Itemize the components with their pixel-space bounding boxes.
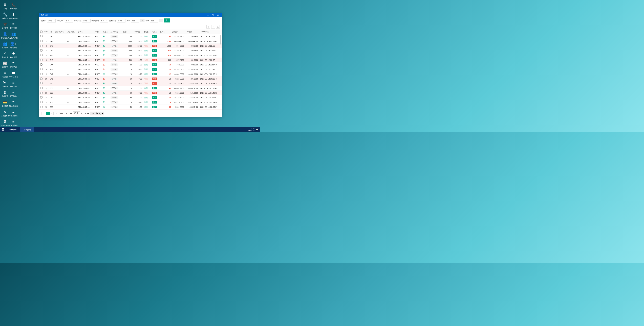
search-button[interactable]: 🔍 — [164, 18, 170, 22]
column-header-2[interactable]: 用户账号◆ — [54, 29, 67, 34]
table-row[interactable]: 3 948 -- BTC/USDT-180S USDT 涨↑ 已平仓 1000 … — [39, 44, 222, 48]
table-row[interactable]: 4 947 -- BTC/USDT-180S USDT 涨↑ 已平仓 1000 … — [39, 48, 222, 53]
column-header-1[interactable]: ID — [50, 29, 54, 34]
desktop-icon-币种管理[interactable]: ₿币种管理 — [1, 89, 9, 99]
desktop-icon-期权交易[interactable]: 👤+期权交易 — [9, 40, 18, 50]
select-all-checkbox[interactable] — [40, 30, 42, 33]
column-header-5[interactable]: 币种◆ — [94, 29, 102, 34]
desktop-icon-充币申请[interactable]: ≡充币申请 — [9, 60, 18, 69]
desktop-icon-用户管理[interactable]: 👥用户管理 — [1, 40, 9, 50]
table-row[interactable]: 11 940 -- BTC/USDT-15S USDT 涨↑ 已平仓 10 0.… — [39, 81, 222, 86]
taskbar-item-基础设置[interactable]: 基础设置 — [6, 127, 20, 132]
table-row[interactable]: 1 950 -- BTC/USDT-500S USDT 涨↑ 已平仓 100 2… — [39, 34, 222, 39]
filter-select-0[interactable]: 所有 — [47, 19, 56, 22]
table-container[interactable]: 序号ID用户账号◆真实姓名合约◆币种◆类型◆交易状态...数量手续费◆预设◆结果… — [39, 29, 222, 110]
desktop-icon-用户风险率[interactable]: $用户风险率 — [9, 11, 18, 21]
print-button[interactable]: ⎙ — [216, 25, 220, 28]
table-row[interactable]: 12 939 -- BTC/USDT-60S USDT 涨↑ 已平仓 50 1.… — [39, 86, 222, 91]
column-header-10[interactable]: 预设◆ — [144, 29, 151, 34]
row-checkbox[interactable] — [40, 106, 42, 108]
desktop-icon-币赢宝配置[interactable]: ≡币赢宝配置 — [9, 108, 18, 118]
desktop-icon-角色管理[interactable]: 🎓角色管理 — [1, 21, 9, 30]
row-checkbox[interactable] — [40, 68, 42, 70]
page-1[interactable]: 1 — [46, 112, 50, 115]
dropdown-toggle[interactable]: ⌄ — [159, 19, 163, 22]
table-row[interactable]: 9 942 -- BTC/USDT-15S USDT 涨↑ 已平仓 10 0.2… — [39, 72, 222, 76]
row-checkbox[interactable] — [40, 101, 42, 103]
desktop-icon-币赢宝订单[interactable]: ≡币赢宝订单 — [9, 118, 18, 128]
table-row[interactable]: 6 945 -- BTC/USDT-15S USDT 跌↓ 已平仓 500 10… — [39, 58, 222, 62]
row-checkbox[interactable] — [40, 35, 42, 37]
desktop-icon-IEO认购[interactable]: ≡IEO认购 — [9, 89, 18, 99]
export-button[interactable]: ⤓ — [211, 25, 215, 28]
prev-page-button[interactable]: < — [41, 112, 45, 115]
minimize-button[interactable]: — — [205, 14, 210, 16]
row-checkbox[interactable] — [40, 59, 42, 61]
clock[interactable]: 22:23 2022-6-21 — [248, 128, 254, 131]
row-checkbox[interactable] — [40, 92, 42, 94]
desktop-icon-基础设置[interactable]: 🔧基础设置 — [1, 11, 9, 21]
maximize-button[interactable]: ☐ — [210, 14, 215, 16]
page-size-select[interactable]: 100 条/页 — [90, 112, 104, 115]
row-checkbox[interactable] — [40, 54, 42, 56]
table-row[interactable]: 13 938 -- BTC/USDT-15S USDT 涨↑ 已平仓 10 0.… — [39, 91, 222, 95]
desktop-icon-锁仓订单[interactable]: ≡锁仓订单 — [9, 79, 18, 89]
page-2[interactable]: 2 — [50, 112, 54, 115]
row-checkbox[interactable] — [40, 77, 42, 80]
column-header-7[interactable]: 交易状态... — [110, 29, 122, 34]
filter-select-6[interactable]: 所有 — [150, 19, 158, 22]
column-header-12[interactable]: 盈利◆ — [159, 29, 171, 34]
page-input[interactable] — [64, 112, 69, 115]
filter-select-1[interactable]: 所有 — [65, 19, 73, 22]
desktop-icon-投诉建议[interactable]: 📞投诉建议 — [9, 1, 18, 11]
desktop-icon-法币交易需[interactable]: ◈法币交易需 — [1, 108, 9, 118]
desktop-icon-钱包管理[interactable]: ⊕钱包管理 — [9, 50, 18, 60]
desktop-icon-币币交易记[interactable]: ⇄币币交易记 — [9, 69, 18, 79]
close-button[interactable]: ✕ — [215, 14, 220, 16]
chat-icon[interactable]: 💬 — [256, 128, 258, 131]
row-checkbox[interactable] — [40, 45, 42, 47]
column-header-15[interactable]: 下单时间◆ — [200, 29, 222, 34]
table-row[interactable]: 15 936 -- BTC/USDT-60S USDT 涨↑ 已平仓 10 0.… — [39, 100, 222, 105]
column-header-8[interactable]: 数量 — [122, 29, 134, 34]
table-row[interactable]: 10 941 -- BTC/USDT-15S USDT 跌↓ 已平仓 10 0.… — [39, 76, 222, 81]
row-checkbox[interactable] — [40, 73, 42, 75]
row-checkbox[interactable] — [40, 63, 42, 66]
row-checkbox[interactable] — [40, 82, 42, 84]
desktop-icon-后台管理员[interactable]: 👤后台管理员 — [1, 30, 9, 40]
filter-select-5[interactable]: 所有 — [131, 19, 139, 22]
column-header-6[interactable]: 类型◆ — [102, 29, 110, 34]
column-header-13[interactable]: 开仓价 — [172, 29, 186, 34]
desktop-icon-新闻管理[interactable]: 📰新闻管理 — [1, 60, 9, 69]
desktop-icon-法币交易信[interactable]: $法币交易信 — [1, 118, 9, 128]
table-row[interactable]: 8 943 -- BTC/USDT-15S USDT 跌↓ 已平仓 10 0.2… — [39, 67, 222, 72]
columns-button[interactable]: ⊞ — [206, 25, 210, 28]
confirm-page-button[interactable]: 确定 — [73, 111, 80, 115]
filter-select-4[interactable]: 所有 — [117, 19, 126, 22]
desktop-icon-日志信息[interactable]: ≡日志信息 — [1, 69, 9, 79]
table-row[interactable]: 14 937 -- BTC/USDT-15S USDT 涨↑ 已平仓 50 1.… — [39, 95, 222, 100]
row-checkbox[interactable] — [40, 49, 42, 51]
table-row[interactable]: 2 949 -- BTC/USDT-15S USDT 涨↑ 已平仓 1000 2… — [39, 39, 222, 44]
desktop-icon-杠杆交易[interactable]: ≡杠杆交易 — [9, 21, 18, 30]
column-header-11[interactable]: 结果◆ — [151, 29, 159, 34]
table-row[interactable]: 7 944 -- BTC/USDT-15S USDT 跌↓ 已平仓 50 1.0… — [39, 62, 222, 67]
table-row[interactable]: 5 946 -- BTC/USDT-180S USDT 涨↑ 已平仓 500 1… — [39, 53, 222, 58]
column-header-4[interactable]: 合约◆ — [77, 29, 94, 34]
column-header-0[interactable]: 序号 — [43, 29, 50, 34]
filter-select-2[interactable]: 所有 — [82, 19, 90, 22]
column-header-14[interactable]: 平仓价 — [186, 29, 200, 34]
desktop-icon-商家管理[interactable]: 🏛商家管理 — [1, 79, 9, 89]
start-button[interactable] — [0, 127, 6, 132]
column-header-9[interactable]: 手续费◆ — [134, 29, 144, 34]
desktop-icon-会员关系图[interactable]: 👥会员关系图 — [9, 30, 18, 40]
desktop-icon-实名认证[interactable]: ✔实名认证 — [1, 50, 9, 60]
table-row[interactable]: 17 934 -- BTC/USDT-15S USDT 涨↑ 已平仓 10 0.… — [39, 109, 222, 110]
row-checkbox[interactable] — [40, 87, 42, 89]
taskbar-item-期权交易[interactable]: 期权交易 — [20, 127, 34, 132]
row-checkbox[interactable] — [40, 96, 42, 98]
table-row[interactable]: 16 935 -- BTC/USDT-60S USDT 涨↑ 已平仓 50 1.… — [39, 105, 222, 109]
desktop-icon-提币列表[interactable]: 💳提币列表 — [1, 99, 9, 108]
next-page-button[interactable]: > — [54, 112, 58, 115]
desktop-icon-主题[interactable]: 🖥主题 — [1, 1, 9, 11]
